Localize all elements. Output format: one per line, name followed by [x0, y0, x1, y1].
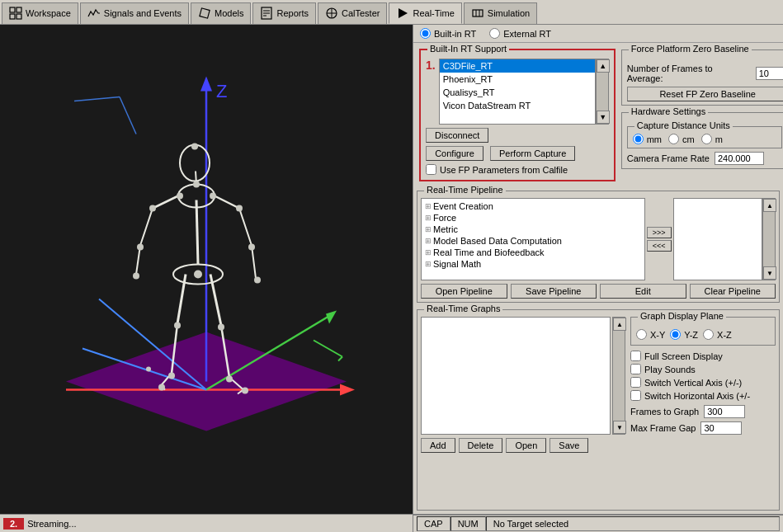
tab-simulation[interactable]: Simulation	[464, 2, 537, 24]
svg-point-53	[254, 277, 261, 284]
streaming-text: Streaming...	[27, 519, 76, 529]
graphs-content: ▲ ▼ Graph Display Plane X-Y	[421, 317, 776, 435]
tab-workspace[interactable]: Workspace	[2, 2, 78, 24]
pipeline-scroll-down[interactable]: ▼	[763, 266, 776, 280]
svg-point-51	[248, 244, 255, 251]
rt-scroll-up[interactable]: ▲	[597, 59, 610, 73]
disconnect-button[interactable]: Disconnect	[426, 128, 488, 143]
tab-reports-label: Reports	[276, 8, 309, 18]
tab-reports[interactable]: Reports	[252, 2, 316, 24]
pipeline-item-realtime[interactable]: ⊞ Real Time and Biofeedback	[423, 247, 643, 258]
fp-frames-input[interactable]	[756, 67, 783, 80]
use-fp-checkbox[interactable]	[426, 164, 436, 175]
graph-scrollbar: ▲ ▼	[612, 317, 625, 435]
m-radio[interactable]	[701, 134, 712, 144]
switch-horizontal-row: Switch Horizontal Axis (+/-	[630, 390, 776, 401]
full-screen-checkbox[interactable]	[630, 351, 641, 361]
svg-rect-1	[17, 7, 21, 12]
edit-button[interactable]: Edit	[600, 284, 686, 299]
perform-capture-button[interactable]: Perform Capture	[490, 146, 575, 161]
xy-radio-label[interactable]: X-Y	[636, 329, 665, 340]
rt-buttons-row: Disconnect	[426, 128, 609, 143]
rt-item-c3dfile[interactable]: C3DFile_RT	[440, 59, 595, 73]
reset-fp-button[interactable]: Reset FP Zero Baseline	[627, 87, 783, 101]
frames-to-graph-row: Frames to Graph	[630, 405, 776, 418]
rt-item-phoenix[interactable]: Phoenix_RT	[440, 73, 595, 86]
target-status: No Target selected	[486, 516, 780, 531]
pipeline-right-list[interactable]	[673, 198, 762, 280]
svg-marker-12	[399, 8, 408, 18]
svg-point-47	[193, 181, 200, 188]
m-label: m	[715, 134, 723, 144]
tab-signals[interactable]: Signals and Events	[80, 2, 189, 24]
xz-radio[interactable]	[703, 329, 714, 340]
max-frame-gap-label: Max Frame Gap	[630, 423, 696, 433]
max-frame-gap-input[interactable]	[700, 421, 742, 435]
add-graph-button[interactable]: Add	[421, 438, 455, 453]
tab-models[interactable]: Models	[191, 2, 251, 24]
capture-units-box: Capture Distance Units mm cm	[627, 126, 782, 148]
cm-radio[interactable]	[668, 134, 679, 144]
use-fp-row: Use FP Parameters from Calfile	[426, 164, 609, 175]
frame-rate-input[interactable]	[715, 152, 764, 165]
svg-line-28	[196, 200, 198, 265]
cm-radio-label[interactable]: cm	[668, 134, 695, 144]
graph-scroll-up[interactable]: ▲	[613, 318, 626, 331]
pipeline-item-metric[interactable]: ⊞ Metric	[423, 224, 643, 235]
pipeline-scroll-up[interactable]: ▲	[763, 199, 776, 212]
clear-pipeline-button[interactable]: Clear Pipeline	[690, 284, 776, 299]
graphs-title: Real-Time Graphs	[424, 304, 502, 313]
svg-point-54	[194, 271, 202, 279]
rt-item-vicon[interactable]: Vicon DataStream RT	[440, 99, 595, 112]
m-radio-label[interactable]: m	[701, 134, 723, 144]
arrow-right-button[interactable]: >>>	[647, 227, 672, 238]
external-rt-radio[interactable]	[489, 28, 500, 39]
yz-radio-label[interactable]: Y-Z	[670, 329, 698, 340]
force-platform-box: Force Platform Zero Baseline Number of F…	[621, 49, 783, 106]
tab-caltester[interactable]: CalTester	[318, 2, 387, 24]
tab-realtime[interactable]: Real-Time	[389, 2, 461, 24]
rt-scroll-down[interactable]: ▼	[597, 111, 610, 124]
configure-button[interactable]: Configure	[426, 146, 483, 161]
builtin-rt-radio[interactable]	[420, 28, 431, 39]
xy-radio[interactable]	[636, 329, 647, 340]
switch-horizontal-checkbox[interactable]	[630, 390, 641, 401]
mm-radio[interactable]	[633, 134, 644, 144]
open-graph-button[interactable]: Open	[506, 438, 546, 453]
pipeline-item-event[interactable]: ⊞ Event Creation	[423, 200, 643, 212]
svg-point-61	[146, 367, 151, 372]
pipeline-list[interactable]: ⊞ Event Creation ⊞ Force ⊞ Metric ⊞ Mode…	[421, 198, 645, 280]
svg-text:Z: Z	[216, 81, 227, 101]
save-pipeline-button[interactable]: Save Pipeline	[511, 284, 597, 299]
expand-icon-force: ⊞	[425, 214, 432, 222]
reports-icon	[260, 7, 273, 20]
rt-scrollbar[interactable]: ▲ ▼	[596, 59, 609, 125]
graph-scroll-down[interactable]: ▼	[613, 421, 626, 434]
open-pipeline-button[interactable]: Open Pipeline	[421, 284, 507, 299]
switch-vertical-checkbox[interactable]	[630, 377, 641, 388]
expand-icon-model: ⊞	[425, 237, 432, 245]
pipeline-item-signal[interactable]: ⊞ Signal Math	[423, 258, 643, 270]
pipeline-item-model[interactable]: ⊞ Model Based Data Computation	[423, 235, 643, 247]
play-sounds-checkbox[interactable]	[630, 364, 641, 374]
rt-item-qualisys[interactable]: Qualisys_RT	[440, 86, 595, 99]
external-rt-radio-label[interactable]: External RT	[489, 28, 551, 39]
expand-icon-signal: ⊞	[425, 260, 432, 268]
delete-graph-button[interactable]: Delete	[459, 438, 503, 453]
mm-radio-label[interactable]: mm	[633, 134, 662, 144]
frames-to-graph-input[interactable]	[704, 405, 745, 418]
pipeline-item-force[interactable]: ⊞ Force	[423, 212, 643, 224]
yz-radio[interactable]	[670, 329, 681, 340]
workspace-icon	[9, 7, 22, 20]
builtin-rt-radio-label[interactable]: Built-in RT	[420, 28, 476, 39]
arrow-left-button[interactable]: <<<	[647, 240, 672, 252]
svg-point-49	[236, 205, 243, 212]
rt-listbox[interactable]: C3DFile_RT Phoenix_RT Qualisys_RT Vicon …	[439, 59, 596, 125]
fp-frames-label: Number of Frames to Average:	[627, 64, 751, 83]
xz-radio-label[interactable]: X-Z	[703, 329, 732, 340]
svg-point-46	[191, 144, 198, 150]
expand-icon-event: ⊞	[425, 202, 432, 210]
graph-display-area	[421, 317, 611, 435]
save-graph-button[interactable]: Save	[550, 438, 588, 453]
app-statusbar: CAP NUM No Target selected	[413, 514, 783, 532]
